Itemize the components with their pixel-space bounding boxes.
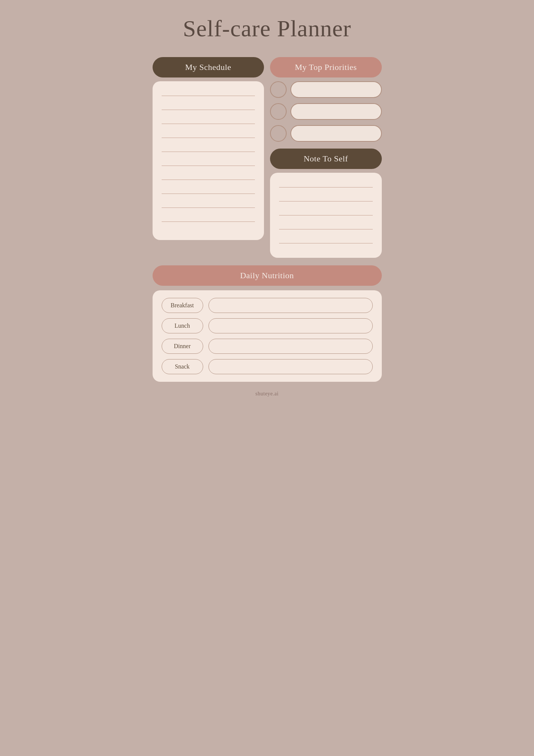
schedule-line-1 (162, 96, 255, 96)
main-grid: My Schedule My Top Priorities (153, 57, 382, 258)
nutrition-section: Daily Nutrition Breakfast Lunch Dinner S… (153, 265, 382, 382)
schedule-line-7 (162, 180, 255, 180)
nutrition-box: Breakfast Lunch Dinner Snack (153, 290, 382, 382)
note-line-4 (279, 229, 373, 229)
schedule-box (153, 81, 264, 240)
lunch-input[interactable] (208, 318, 373, 333)
schedule-line-2 (162, 110, 255, 110)
priority-circle-3 (270, 125, 287, 142)
note-line-5 (279, 243, 373, 243)
snack-row: Snack (162, 359, 373, 374)
note-line-3 (279, 215, 373, 215)
schedule-line-8 (162, 194, 255, 194)
schedule-line-5 (162, 152, 255, 152)
breakfast-input[interactable] (208, 298, 373, 313)
schedule-line-6 (162, 166, 255, 166)
nutrition-header: Daily Nutrition (153, 265, 382, 286)
priorities-header: My Top Priorities (270, 57, 382, 77)
snack-input[interactable] (208, 359, 373, 374)
priorities-items (270, 81, 382, 142)
priority-circle-1 (270, 81, 287, 98)
note-box (270, 173, 382, 258)
dinner-input[interactable] (208, 339, 373, 354)
page-title: Self-care Planner (183, 15, 351, 42)
priority-input-1[interactable] (290, 81, 382, 98)
schedule-line-9 (162, 208, 255, 208)
lunch-row: Lunch (162, 318, 373, 333)
schedule-section: My Schedule (153, 57, 264, 258)
snack-label: Snack (162, 359, 203, 374)
priority-circle-2 (270, 103, 287, 120)
breakfast-row: Breakfast (162, 298, 373, 313)
schedule-header: My Schedule (153, 57, 264, 77)
right-column: My Top Priorities Note To Self (270, 57, 382, 258)
footer: shuteye.ai (255, 391, 278, 397)
note-line-2 (279, 201, 373, 201)
note-line-1 (279, 187, 373, 187)
lunch-label: Lunch (162, 318, 203, 333)
dinner-row: Dinner (162, 339, 373, 354)
priority-item-3 (270, 125, 382, 142)
schedule-line-4 (162, 138, 255, 138)
priority-input-3[interactable] (290, 125, 382, 142)
note-header: Note To Self (270, 149, 382, 169)
page: Self-care Planner My Schedule My Top Pri… (134, 0, 401, 408)
priority-item-2 (270, 103, 382, 120)
priority-item-1 (270, 81, 382, 98)
schedule-line-3 (162, 124, 255, 124)
dinner-label: Dinner (162, 339, 203, 354)
priority-input-2[interactable] (290, 103, 382, 120)
breakfast-label: Breakfast (162, 298, 203, 313)
schedule-line-10 (162, 222, 255, 222)
